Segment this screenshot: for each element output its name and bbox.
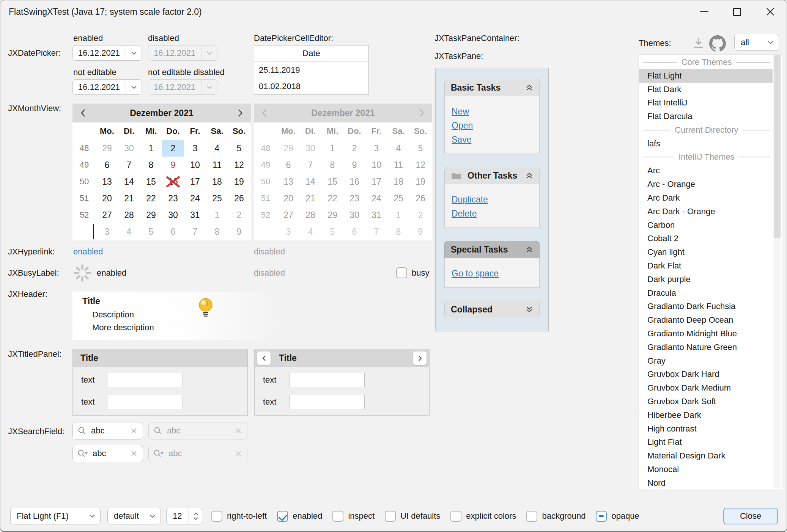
calendar-day[interactable]: 29 [96,140,118,157]
text-field[interactable] [108,373,183,387]
task-link[interactable]: Delete [452,207,532,221]
calendar-day[interactable]: 7 [118,157,140,173]
checkbox-row[interactable]: background [526,511,586,522]
theme-list-item[interactable]: Material Design Dark [639,449,773,463]
table-row[interactable]: 01.02.2018 [254,78,368,94]
scrollbar-thumb[interactable] [774,55,781,238]
task-pane-group-header[interactable]: Other Tasks [444,167,540,184]
close-window-button[interactable] [758,0,783,23]
checkbox-row[interactable]: inspect [332,511,375,522]
calendar-day[interactable]: 2 [228,207,250,223]
checkbox-row[interactable]: opaque [596,511,639,522]
date-picker-dropdown-button[interactable] [126,80,142,94]
calendar-day[interactable]: 14 [118,173,140,190]
task-link[interactable]: Open [452,119,532,133]
text-field[interactable] [290,395,365,409]
checkbox-row[interactable]: right-to-left [211,511,267,522]
calendar-day[interactable]: 6 [162,223,184,240]
calendar-day[interactable]: 22 [140,190,162,207]
calendar-day[interactable]: 25 [206,190,228,207]
close-button[interactable]: Close [723,508,778,524]
theme-list-item[interactable]: Gradianto Dark Fuchsia [639,300,773,313]
scrollbar-track[interactable] [773,55,781,488]
theme-list-item[interactable]: Flat Dark [639,83,773,96]
calendar-day[interactable]: 2 [162,140,184,157]
spinner-value[interactable]: 12 [167,508,189,524]
task-pane-group-header[interactable]: Special Tasks [444,241,540,258]
task-link[interactable]: New [452,105,532,119]
checkbox-row[interactable]: explicit colors [450,511,516,522]
search-menu-icon[interactable] [77,449,88,458]
calendar-day[interactable]: 19 [228,173,250,190]
checkbox-ui-defaults[interactable] [385,511,396,522]
search-input[interactable]: abc [93,449,126,458]
theme-list-item[interactable]: Flat Light [639,69,773,83]
text-field[interactable] [290,373,365,387]
theme-list-item[interactable]: Hiberbee Dark [639,408,773,422]
laf-combo[interactable]: Flat Light (F1) [10,508,101,524]
titled-panel-prev-button[interactable] [257,351,271,365]
calendar-day[interactable]: 3 [184,140,206,157]
task-link[interactable]: Duplicate [452,193,532,207]
theme-list-item[interactable]: Dark Flat [639,259,773,273]
checkbox-row[interactable]: UI defaults [385,511,440,522]
calendar-day[interactable]: 27 [96,207,118,223]
minimize-button[interactable] [692,0,717,23]
busy-checkbox[interactable] [396,267,407,278]
theme-list-item[interactable]: High contrast [639,422,773,436]
calendar-day[interactable]: 1 [140,140,162,157]
calendar-day[interactable]: 29 [140,207,162,223]
theme-list-item[interactable]: Gradianto Nature Green [639,341,773,354]
task-pane-group-header[interactable]: Basic Tasks [444,79,540,96]
themes-filter-combo[interactable]: all [734,34,779,51]
checkbox-right-to-left[interactable] [211,511,222,522]
calendar-day[interactable]: 26 [228,190,250,207]
titled-panel-next-button[interactable] [413,351,427,365]
calendar-day[interactable]: 16 [162,173,184,190]
theme-list-item[interactable]: Gruvbox Dark Medium [639,381,773,395]
calendar-day[interactable]: 15 [140,173,162,190]
calendar-day[interactable]: 13 [96,173,118,190]
theme-list-item[interactable]: Gruvbox Dark Soft [639,395,773,408]
theme-list-item[interactable]: lafs [639,137,773,151]
prev-month-button[interactable] [72,104,94,122]
table-column-header[interactable]: Date [254,46,368,62]
checkbox-opaque[interactable] [596,511,607,522]
theme-list-item[interactable]: Monocai [639,463,773,476]
theme-list-item[interactable]: Arc Dark - Orange [639,205,773,218]
task-pane-group-header[interactable]: Collapsed [444,301,540,318]
calendar-day[interactable]: 28 [118,207,140,223]
calendar-day[interactable]: 20 [96,190,118,207]
theme-list-item[interactable]: Cyan light [639,245,773,259]
theme-list-item[interactable]: Flat IntelliJ [639,96,773,110]
checkbox-inspect[interactable] [332,511,343,522]
calendar-day[interactable]: 3 [96,223,118,240]
hyperlink-enabled[interactable]: enabled [73,247,103,257]
calendar-day[interactable]: 8 [206,223,228,240]
checkbox-enabled[interactable] [277,511,288,522]
theme-list-item[interactable]: Arc [639,164,773,177]
calendar-day[interactable]: 4 [206,140,228,157]
theme-list-item[interactable]: Gruvbox Dark Hard [639,367,773,381]
search-field-enabled[interactable]: abc [72,422,143,439]
theme-list-item[interactable]: Arc Dark [639,191,773,205]
calendar-day[interactable]: 17 [184,173,206,190]
checkbox-row[interactable]: enabled [277,511,322,522]
chevron-down-icon[interactable] [193,517,198,520]
calendar-day[interactable]: 24 [184,190,206,207]
calendar-day[interactable]: 10 [184,157,206,173]
theme-list-item[interactable]: Arc - Orange [639,177,773,191]
date-picker-not-editable[interactable]: 16.12.2021 [72,79,142,95]
theme-list-item[interactable]: Gradianto Midnight Blue [639,327,773,341]
checkbox-explicit-colors[interactable] [450,511,461,522]
github-icon[interactable] [709,35,726,52]
calendar-day[interactable]: 31 [184,207,206,223]
calendar-day[interactable]: 21 [118,190,140,207]
calendar-day[interactable]: 8 [140,157,162,173]
calendar-day[interactable]: 30 [162,207,184,223]
clear-icon[interactable] [131,427,137,434]
calendar-day[interactable]: 9 [228,223,250,240]
theme-list-item[interactable]: Gray [639,354,773,368]
text-field[interactable] [108,395,183,409]
clear-icon[interactable] [131,450,137,457]
